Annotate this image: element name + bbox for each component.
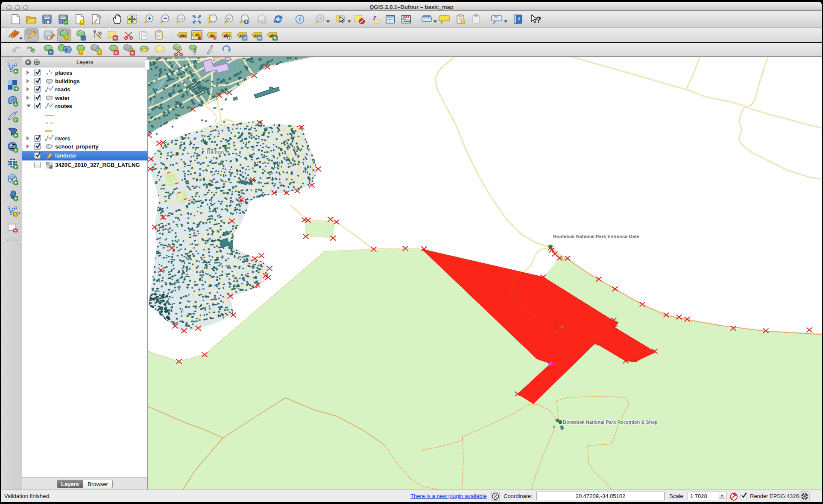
svg-text:*: * — [80, 50, 82, 55]
svg-text:↗: ↗ — [243, 36, 246, 41]
svg-text:*: * — [81, 20, 83, 25]
svg-text:↻: ↻ — [258, 36, 261, 41]
svg-text:✎: ✎ — [273, 36, 277, 41]
svg-text:↻: ↻ — [49, 50, 53, 55]
svg-text:T: T — [495, 17, 498, 21]
svg-text:Bontebok National Park Recepti: Bontebok National Park Reception & Shop — [563, 420, 658, 425]
svg-text:*: * — [15, 213, 16, 217]
svg-text:✕: ✕ — [131, 51, 134, 55]
svg-text:→: → — [81, 36, 85, 41]
svg-text:?: ? — [518, 17, 521, 22]
svg-text:Bontebok National Park Entranc: Bontebok National Park Entrance Gate — [553, 234, 639, 239]
svg-text:*: * — [99, 51, 100, 55]
svg-text:✕: ✕ — [114, 50, 118, 55]
svg-text:ab: ab — [195, 33, 200, 37]
svg-text:1:1: 1:1 — [179, 17, 183, 20]
svg-text:i: i — [299, 16, 301, 23]
svg-text:Railton: Railton — [207, 149, 224, 155]
svg-text:✕: ✕ — [114, 36, 117, 41]
svg-text:*: * — [66, 36, 67, 41]
svg-text:abc: abc — [179, 33, 186, 38]
svg-text:?: ? — [536, 15, 541, 24]
